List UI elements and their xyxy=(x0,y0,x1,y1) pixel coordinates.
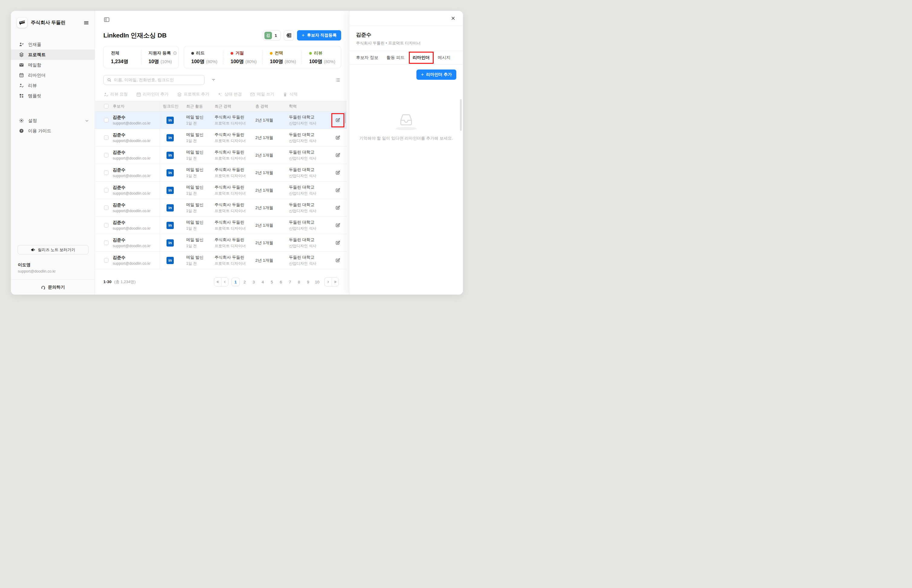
close-icon[interactable] xyxy=(450,15,456,21)
edit-icon[interactable] xyxy=(334,116,341,124)
info-icon[interactable] xyxy=(173,51,177,55)
sidebar-item-리뷰[interactable]: 리뷰 xyxy=(11,81,95,90)
add-candidate-button[interactable]: + 후보자 직접등록 xyxy=(297,30,341,40)
edit-icon[interactable] xyxy=(334,204,341,212)
edit-icon[interactable] xyxy=(334,186,341,194)
reminder-empty-text: 기억해야 할 일이 있다면 리마인더를 추가해 보세요. xyxy=(359,136,453,141)
table-row[interactable]: 김준수 support@doodlin.co.kr in 메일 발신 1일 전 … xyxy=(95,111,347,129)
sidebar-item-메일함[interactable]: 메일함 xyxy=(11,60,95,70)
linkedin-icon[interactable]: in xyxy=(166,116,174,124)
page-3-button[interactable]: 3 xyxy=(250,278,258,286)
excel-export-button[interactable]: x xyxy=(284,30,294,40)
edit-icon[interactable] xyxy=(334,239,341,247)
tab-메시지[interactable]: 메시지 xyxy=(438,55,450,60)
bulk-action-프로젝트 추가[interactable]: 프로젝트 추가 xyxy=(177,92,210,97)
filter-icon[interactable] xyxy=(211,78,216,82)
row-checkbox[interactable] xyxy=(104,118,108,123)
table-row[interactable]: 김준수 support@doodlin.co.kr in 메일 발신 1일 전 … xyxy=(95,182,347,199)
page-9-button[interactable]: 9 xyxy=(304,278,312,286)
linkedin-icon[interactable]: in xyxy=(166,169,174,176)
prev-page-icon[interactable] xyxy=(221,278,228,286)
contact-button[interactable]: 문의하기 xyxy=(11,279,95,295)
row-checkbox[interactable] xyxy=(104,241,108,245)
first-page-icon[interactable] xyxy=(214,278,221,286)
edit-icon[interactable] xyxy=(334,134,341,141)
page-4-button[interactable]: 4 xyxy=(259,278,267,286)
row-checkbox[interactable] xyxy=(104,136,108,140)
linkedin-icon[interactable]: in xyxy=(166,134,174,141)
status-label: 리뷰 xyxy=(314,50,323,56)
bulk-action-리마인더 추가[interactable]: 리마인더 추가 xyxy=(136,92,169,97)
main-panel: LinkedIn 인재소싱 DB 김 1 x + 후보자 직접등록 xyxy=(95,11,349,295)
table-row[interactable]: 김준수 support@doodlin.co.kr in 메일 발신 1일 전 … xyxy=(95,164,347,182)
page-5-button[interactable]: 5 xyxy=(268,278,276,286)
row-checkbox[interactable] xyxy=(104,188,108,192)
member-badge[interactable]: 김 1 xyxy=(263,30,281,40)
bulk-action-삭제[interactable]: 삭제 xyxy=(282,92,298,97)
select-all-checkbox[interactable] xyxy=(104,104,108,108)
row-checkbox[interactable] xyxy=(104,205,108,210)
table-row[interactable]: 김준수 support@doodlin.co.kr in 메일 발신 1일 전 … xyxy=(95,147,347,164)
edit-icon[interactable] xyxy=(334,169,341,176)
row-checkbox[interactable] xyxy=(104,170,108,175)
edit-icon[interactable] xyxy=(334,221,341,229)
table-row[interactable]: 김준수 support@doodlin.co.kr in 메일 발신 1일 전 … xyxy=(95,252,347,269)
member-count: 1 xyxy=(275,33,279,38)
linkedin-icon[interactable]: in xyxy=(166,204,174,212)
row-checkbox[interactable] xyxy=(104,223,108,228)
page-title: LinkedIn 인재소싱 DB xyxy=(103,31,166,40)
recent-activity-time: 1일 전 xyxy=(186,261,212,266)
help-icon: ? xyxy=(19,128,24,134)
hamburger-menu-icon[interactable] xyxy=(83,20,89,26)
search-input[interactable] xyxy=(114,78,201,82)
sidebar-item-템플릿[interactable]: 템플릿 xyxy=(11,90,95,101)
tab-활동 피드[interactable]: 활동 피드 xyxy=(386,55,405,60)
linkedin-icon[interactable]: in xyxy=(166,187,174,194)
table-scrollbar[interactable] xyxy=(344,112,346,123)
edit-icon[interactable] xyxy=(334,257,341,264)
page-2-button[interactable]: 2 xyxy=(241,278,249,286)
bulk-action-상태 변경[interactable]: 상태 변경 xyxy=(217,92,242,97)
tab-후보자 정보[interactable]: 후보자 정보 xyxy=(356,55,378,60)
add-reminder-button[interactable]: + 리마인더 추가 xyxy=(416,69,456,80)
app-window: doodlin 주식회사 두들린 인재풀 프로젝트 메일함 리마인더 리뷰 템플… xyxy=(11,11,463,295)
pagination-back-group xyxy=(214,277,228,286)
table-row[interactable]: 김준수 support@doodlin.co.kr in 메일 발신 1일 전 … xyxy=(95,129,347,147)
sidebar-item-프로젝트[interactable]: 프로젝트 xyxy=(11,50,95,60)
bulk-action-메일 쓰기[interactable]: 메일 쓰기 xyxy=(250,92,274,97)
education-degree: 산업디자인 석사 xyxy=(289,156,329,161)
page-6-button[interactable]: 6 xyxy=(277,278,285,286)
page-10-button[interactable]: 10 xyxy=(313,278,321,286)
page-8-button[interactable]: 8 xyxy=(295,278,303,286)
panel-toggle-icon[interactable] xyxy=(103,16,341,23)
tab-리마인더[interactable]: 리마인더 xyxy=(413,55,430,60)
table-row[interactable]: 김준수 support@doodlin.co.kr in 메일 발신 1일 전 … xyxy=(95,199,347,216)
recent-activity: 메일 발신 xyxy=(186,255,212,260)
edit-icon[interactable] xyxy=(334,151,341,159)
linkedin-icon[interactable]: in xyxy=(166,257,174,264)
candidate-name: 김준수 xyxy=(113,132,160,138)
list-view-icon[interactable] xyxy=(335,78,341,83)
page-1-button[interactable]: 1 xyxy=(231,278,240,286)
sidebar-item-리마인더[interactable]: 리마인더 xyxy=(11,70,95,81)
sidebar-item-설정[interactable]: 설정 xyxy=(11,115,95,126)
table-row[interactable]: 김준수 support@doodlin.co.kr in 메일 발신 1일 전 … xyxy=(95,234,347,252)
linkedin-icon[interactable]: in xyxy=(166,222,174,229)
last-page-icon[interactable] xyxy=(331,278,339,286)
next-page-icon[interactable] xyxy=(324,278,331,286)
table-row[interactable]: 김준수 support@doodlin.co.kr in 메일 발신 1일 전 … xyxy=(95,216,347,234)
row-checkbox[interactable] xyxy=(104,258,108,263)
linkedin-icon[interactable]: in xyxy=(166,152,174,159)
page-7-button[interactable]: 7 xyxy=(286,278,294,286)
sidebar-user[interactable]: 이도영 support@doodlin.co.kr xyxy=(11,254,95,279)
education-degree: 산업디자인 석사 xyxy=(289,191,329,196)
status-dot-icon xyxy=(309,52,312,55)
bulk-action-리뷰 요청[interactable]: 리뷰 요청 xyxy=(103,92,128,97)
sidebar-item-인재풀[interactable]: 인재풀 xyxy=(11,39,95,50)
status-pct: (80%) xyxy=(245,59,257,64)
drawer-scrollbar[interactable] xyxy=(460,99,462,131)
linkedin-icon[interactable]: in xyxy=(166,239,174,247)
release-notes-button[interactable]: 릴리즈 노트 보러가기 xyxy=(18,245,89,254)
row-checkbox[interactable] xyxy=(104,153,108,157)
sidebar-item-이용 가이드[interactable]: ? 이용 가이드 xyxy=(11,126,95,136)
